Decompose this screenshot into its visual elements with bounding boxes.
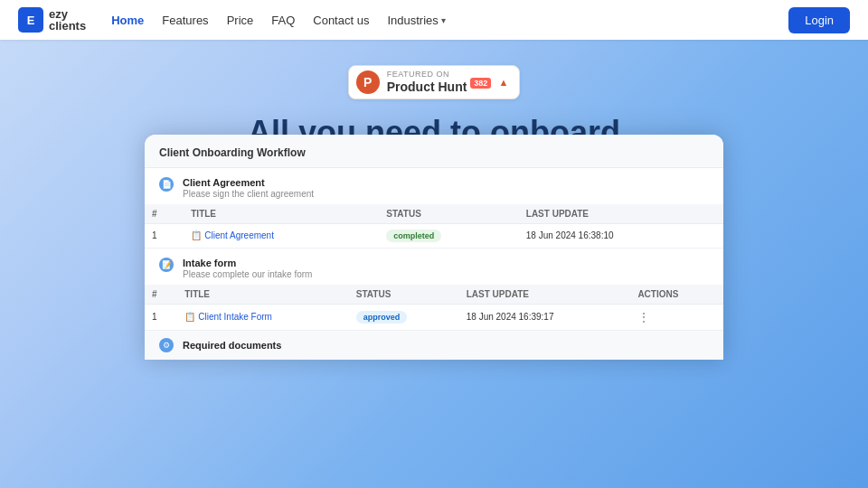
hero-section: P FEATURED ON Product Hunt382 ▲ All you … — [0, 40, 868, 305]
required-documents-section: ⚙ Required documents — [145, 331, 723, 360]
table-row: 1 📋 Client Agreement completed 18 Jun 20… — [145, 223, 723, 248]
intake-form-section: 📝 Intake form Please complete our intake… — [145, 249, 723, 331]
required-docs-icon: ⚙ — [159, 338, 174, 352]
login-button[interactable]: Login — [788, 7, 850, 33]
col-last-update2: LAST UPDATE — [459, 285, 631, 305]
client-agreement-title: Client Agreement — [183, 177, 314, 188]
col-title: TITLE — [184, 204, 379, 224]
intake-form-icon: 📝 — [159, 258, 174, 272]
product-hunt-badge[interactable]: P FEATURED ON Product Hunt382 ▲ — [348, 65, 521, 99]
row-status: completed — [379, 223, 518, 248]
row-title2: 📋 Client Intake Form — [177, 304, 349, 330]
dashboard-header: Client Onboarding Workflow — [145, 135, 723, 168]
row-num: 1 — [145, 223, 184, 248]
client-agreement-icon: 📄 — [159, 177, 174, 192]
nav-home[interactable]: Home — [111, 14, 144, 27]
row-last-update: 18 Jun 2024 16:38:10 — [519, 223, 723, 248]
status-badge-completed: completed — [386, 230, 441, 242]
col-status: STATUS — [379, 204, 518, 224]
intake-form-title: Intake form — [183, 258, 312, 268]
col-num: # — [145, 204, 184, 224]
col-status2: STATUS — [349, 285, 459, 305]
ph-arrow-icon: ▲ — [498, 77, 508, 88]
col-actions: ACTIONS — [630, 285, 723, 305]
col-title2: TITLE — [177, 285, 349, 305]
dashboard-preview: Client Onboarding Workflow 📄 Client Agre… — [145, 135, 723, 360]
row-status2: approved — [349, 304, 459, 330]
navbar: E ezy clients Home Features Price FAQ Co… — [0, 0, 868, 40]
row-title: 📋 Client Agreement — [184, 223, 379, 248]
client-agreement-desc: Please sign the client agreement — [183, 189, 314, 199]
nav-price[interactable]: Price — [227, 14, 254, 27]
doc-icon2: 📋 Client Intake Form — [184, 312, 272, 322]
nav-features[interactable]: Features — [162, 14, 208, 27]
actions-menu-icon[interactable]: ⋮ — [637, 310, 651, 324]
chevron-down-icon: ▾ — [441, 15, 446, 25]
ph-logo-icon: P — [356, 70, 380, 94]
row-actions[interactable]: ⋮ — [630, 304, 723, 330]
nav-faq[interactable]: FAQ — [271, 14, 295, 27]
row-num2: 1 — [145, 304, 177, 330]
logo-text-line2: clients — [49, 20, 86, 32]
dashboard-title: Client Onboarding Workflow — [159, 146, 306, 159]
svg-text:E: E — [27, 14, 35, 27]
doc-icon: 📋 Client Agreement — [191, 230, 274, 240]
required-docs-title: Required documents — [183, 340, 281, 351]
table-row: 1 📋 Client Intake Form approved 18 Jun 2… — [145, 304, 723, 330]
col-num2: # — [145, 285, 177, 305]
row-last-update2: 18 Jun 2024 16:39:17 — [459, 304, 631, 330]
col-last-update: LAST UPDATE — [519, 204, 723, 224]
logo-icon: E — [18, 7, 43, 33]
nav-links: Home Features Price FAQ Contact us Indus… — [111, 12, 446, 28]
logo[interactable]: E ezy clients — [18, 7, 86, 33]
nav-contact[interactable]: Contact us — [313, 14, 369, 27]
ph-product-hunt-text: Product Hunt382 — [387, 80, 492, 94]
nav-industries-label: Industries — [387, 14, 438, 27]
client-agreement-table: # TITLE STATUS LAST UPDATE 1 📋 Client Ag… — [145, 204, 723, 248]
intake-form-table: # TITLE STATUS LAST UPDATE ACTIONS 1 📋 — [145, 285, 723, 330]
nav-industries[interactable]: Industries ▾ — [387, 14, 445, 27]
status-badge-approved: approved — [356, 311, 408, 324]
ph-count: 382 — [470, 78, 491, 89]
intake-form-desc: Please complete our intake form — [183, 269, 312, 279]
client-agreement-section: 📄 Client Agreement Please sign the clien… — [145, 168, 723, 249]
